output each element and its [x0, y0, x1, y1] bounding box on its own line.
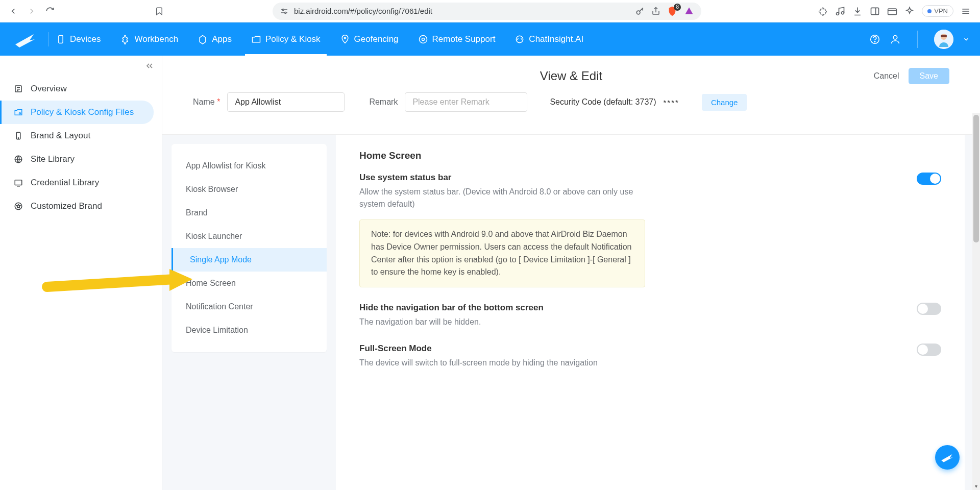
main-sidebar: Overview Policy & Kiosk Config Files Bra…: [0, 56, 162, 490]
inner-item-home-screen[interactable]: Home Screen: [172, 272, 327, 295]
inner-item-app-allowlist[interactable]: App Allowlist for Kiosk: [172, 154, 327, 178]
svg-rect-8: [871, 8, 879, 14]
page-header: View & Edit Cancel Save Name * Remark Se…: [162, 56, 980, 135]
toggle-fullscreen[interactable]: [917, 344, 941, 356]
page-title: View & Edit: [193, 69, 949, 83]
setting-hide-navbar-title: Hide the navigation bar of the bottom sc…: [359, 303, 544, 313]
inner-item-kiosk-browser[interactable]: Kiosk Browser: [172, 178, 327, 201]
nav-devices[interactable]: Devices: [56, 22, 101, 56]
svg-point-16: [419, 35, 427, 43]
chevron-down-icon[interactable]: [963, 36, 970, 43]
key-icon[interactable]: [635, 6, 645, 16]
security-code-mask: ****: [664, 98, 679, 107]
floating-action-button[interactable]: [935, 445, 960, 470]
scrollbar-thumb[interactable]: [973, 115, 979, 242]
section-title: Home Screen: [359, 150, 941, 161]
nav-geofencing[interactable]: Geofencing: [340, 22, 399, 56]
app-logo[interactable]: [10, 29, 41, 50]
download-icon[interactable]: [852, 6, 863, 16]
sidebar-item-brand-layout[interactable]: Brand & Layout: [0, 124, 154, 148]
svg-rect-24: [941, 35, 947, 37]
contact-icon[interactable]: [890, 34, 901, 45]
svg-point-3: [285, 12, 286, 13]
svg-point-21: [893, 35, 897, 39]
site-settings-icon: [280, 7, 289, 16]
setting-fullscreen-title: Full-Screen Mode: [359, 344, 598, 354]
app-topnav: Devices Workbench Apps Policy & Kiosk Ge…: [0, 22, 980, 56]
menu-icon[interactable]: [961, 6, 971, 16]
toggle-hide-navbar[interactable]: [917, 303, 941, 315]
collapse-sidebar-button[interactable]: [144, 61, 155, 71]
setting-status-bar-note: Note: for devices with Android 9.0 and a…: [359, 219, 645, 287]
security-code-label: Security Code (default: 3737): [550, 97, 656, 107]
setting-hide-navbar-desc: The navigation bar will be hidden.: [359, 316, 544, 328]
nav-policy-kiosk[interactable]: Policy & Kiosk: [251, 22, 321, 56]
setting-fullscreen-desc: The device will switch to full-screen mo…: [359, 357, 598, 369]
vpn-button[interactable]: VPN: [922, 5, 953, 17]
forward-button[interactable]: [24, 4, 39, 18]
svg-rect-33: [15, 180, 22, 185]
svg-point-15: [344, 37, 346, 38]
save-button[interactable]: Save: [909, 68, 949, 84]
svg-point-20: [874, 41, 875, 41]
scroll-down-icon[interactable]: ▾: [973, 483, 979, 489]
name-label: Name *: [193, 97, 220, 107]
back-button[interactable]: [6, 4, 20, 18]
svg-rect-10: [888, 9, 897, 15]
toggle-status-bar[interactable]: [917, 173, 941, 185]
nav-apps[interactable]: Apps: [198, 22, 232, 56]
svg-point-17: [422, 38, 424, 40]
url-text: biz.airdroid.com/#/policy/config/7061/ed…: [294, 7, 432, 15]
address-bar[interactable]: biz.airdroid.com/#/policy/config/7061/ed…: [273, 3, 701, 20]
shield-badge: 8: [674, 4, 681, 11]
svg-point-6: [837, 12, 839, 15]
setting-status-bar-desc: Allow the system status bar. (Device wit…: [359, 186, 645, 210]
settings-nav: App Allowlist for Kiosk Kiosk Browser Br…: [162, 135, 336, 490]
brave-logo-icon[interactable]: [684, 6, 694, 16]
music-icon[interactable]: [835, 6, 845, 16]
bookmark-icon[interactable]: [152, 4, 166, 18]
sidebar-item-policy-kiosk-config[interactable]: Policy & Kiosk Config Files: [0, 101, 154, 124]
name-input[interactable]: [227, 92, 345, 112]
reload-button[interactable]: [43, 4, 57, 18]
cancel-button[interactable]: Cancel: [874, 71, 899, 81]
inner-item-single-app-mode[interactable]: Single App Mode: [172, 248, 327, 272]
change-security-button[interactable]: Change: [702, 94, 747, 111]
share-icon[interactable]: [651, 7, 660, 16]
remark-label: Remark: [369, 97, 398, 107]
inner-item-notification-center[interactable]: Notification Center: [172, 295, 327, 318]
svg-point-31: [18, 138, 19, 139]
sparkle-icon[interactable]: [904, 6, 915, 16]
nav-remote-support[interactable]: Remote Support: [418, 22, 496, 56]
svg-point-29: [19, 113, 21, 114]
sidebar-item-overview[interactable]: Overview: [0, 77, 154, 101]
nav-chatinsight[interactable]: ChatInsight.AI: [514, 22, 583, 56]
sidebar-item-credential-library[interactable]: Credential Library: [0, 171, 154, 194]
nav-workbench[interactable]: Workbench: [120, 22, 178, 56]
settings-panel: Home Screen Use system status bar Allow …: [336, 135, 965, 490]
sidepanel-icon[interactable]: [870, 6, 880, 16]
inner-item-device-limitation[interactable]: Device Limitation: [172, 318, 327, 342]
sidebar-item-customized-brand[interactable]: Customized Brand: [0, 194, 154, 218]
svg-point-2: [282, 9, 284, 10]
remark-input[interactable]: [405, 92, 527, 112]
svg-rect-14: [59, 35, 63, 43]
svg-point-7: [842, 11, 844, 14]
inner-item-brand[interactable]: Brand: [172, 201, 327, 225]
browser-toolbar: biz.airdroid.com/#/policy/config/7061/ed…: [0, 0, 980, 22]
user-avatar[interactable]: [934, 30, 953, 49]
help-icon[interactable]: [869, 34, 880, 45]
inner-item-kiosk-launcher[interactable]: Kiosk Launcher: [172, 225, 327, 248]
extensions-icon[interactable]: [818, 6, 828, 16]
setting-status-bar-title: Use system status bar: [359, 173, 645, 183]
wallet-icon[interactable]: [887, 6, 897, 16]
sidebar-item-site-library[interactable]: Site Library: [0, 148, 154, 171]
brave-shield-icon[interactable]: 8: [667, 6, 678, 17]
